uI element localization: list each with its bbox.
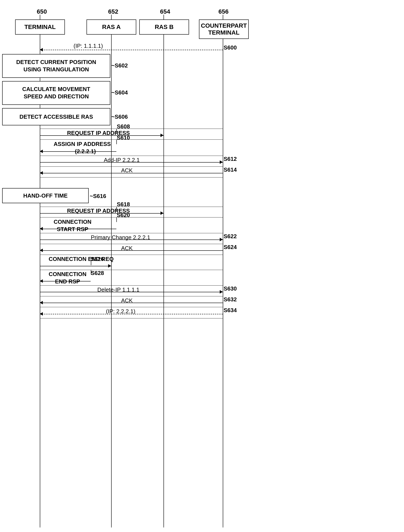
msg-conn-start-text: CONNECTIONSTART RSP <box>54 218 91 233</box>
step-S624: S624 <box>224 244 237 251</box>
step-S634: S634 <box>224 307 237 314</box>
tick-650 <box>40 15 40 20</box>
msg-assign-ip1-arrow <box>40 150 43 153</box>
msg-delete-ip-arrow <box>220 290 223 294</box>
msg-req-ip2-arrow <box>160 211 164 215</box>
msg-conn-start-arrow <box>40 227 43 230</box>
step-S604: ~S604 <box>111 89 128 96</box>
msg-conn-end-rsp-text: CONNECTIONEND RSP <box>49 271 87 285</box>
tick-S622 <box>223 233 223 238</box>
msg-ack2-line <box>40 250 223 251</box>
msg-ip2-arrow <box>40 312 43 316</box>
step-S618: S618 <box>117 201 130 208</box>
step-S632: S632 <box>224 296 237 303</box>
msg-ip1-text: (IP: 1.1.1.1) <box>74 43 103 49</box>
box-handoff-text: HAND-OFF TIME <box>23 192 67 199</box>
tick-S624 <box>223 244 223 249</box>
ref-652: 652 <box>108 8 118 15</box>
entity-counterpart: COUNTERPARTTERMINAL <box>199 19 249 39</box>
msg-conn-end-req-arrow <box>108 264 111 268</box>
step-S628: S628 <box>91 270 104 277</box>
step-S622: S622 <box>224 233 237 240</box>
sep-3 <box>40 156 223 156</box>
tick-654 <box>164 15 164 20</box>
msg-ip2-line <box>40 314 223 314</box>
msg-ip1-line <box>40 50 223 50</box>
ref-650: 650 <box>37 8 47 15</box>
sep-11 <box>40 270 223 270</box>
step-S630: S630 <box>224 285 237 292</box>
msg-ack1-arrow <box>40 171 43 175</box>
sep-13 <box>40 296 223 296</box>
step-S612: S612 <box>224 156 237 162</box>
tick-656 <box>223 15 223 20</box>
box-handoff: HAND-OFF TIME <box>2 188 89 203</box>
step-S606: ~S606 <box>111 114 128 120</box>
msg-req-ip1-line <box>40 135 164 136</box>
step-S602: ~S602 <box>111 62 128 69</box>
msg-req-ip1-arrow <box>160 133 164 137</box>
sep-2 <box>40 139 223 140</box>
msg-assign-ip1-text: ASSIGN IP ADDRESS (2.2.2.1) <box>54 140 111 155</box>
msg-ip1-arrowhead <box>40 48 43 51</box>
ref-654: 654 <box>160 8 170 15</box>
tick-S614 <box>223 166 223 171</box>
sep-10 <box>40 255 223 255</box>
sep-14 <box>40 307 223 307</box>
msg-conn-start-line <box>40 229 116 229</box>
sep-bottom <box>40 318 223 318</box>
step-S620: S620 <box>117 212 130 219</box>
box-detect-ras-text: DETECT ACCESSIBLE RAS <box>19 114 93 120</box>
sep-4 <box>40 166 223 167</box>
sep-7 <box>40 217 223 217</box>
msg-ack3-line <box>40 303 223 303</box>
msg-add-ip-line <box>40 162 223 163</box>
msg-conn-end-rsp-line <box>40 281 91 281</box>
box-calc-move: CALCULATE MOVEMENTSPEED AND DIRECTION <box>2 81 110 105</box>
entity-terminal: TERMINAL <box>15 19 65 35</box>
lifeline-rasA <box>111 35 112 527</box>
sep-6 <box>40 207 223 207</box>
tick-S628 <box>91 270 91 275</box>
tick-S610 <box>116 139 117 144</box>
tick-S634 <box>223 307 223 312</box>
msg-add-ip-arrow <box>220 160 223 164</box>
msg-conn-end-req-line <box>40 266 111 266</box>
box-calc-move-text: CALCULATE MOVEMENTSPEED AND DIRECTION <box>22 86 90 100</box>
sep-5 <box>40 177 223 177</box>
lifeline-counterpart <box>223 39 223 527</box>
msg-ack2-arrow <box>40 249 43 252</box>
step-S610: S610 <box>117 134 130 141</box>
msg-ack1-line <box>40 173 223 173</box>
box-detect-pos: DETECT CURRENT POSITIONUSING TRIANGULATI… <box>2 54 110 78</box>
msg-ack3-arrow <box>40 301 43 304</box>
msg-primary-change-arrow <box>220 238 223 241</box>
tick-S630 <box>223 285 223 290</box>
sep-8 <box>40 233 223 233</box>
tick-652 <box>111 15 112 20</box>
entity-rasB: RAS B <box>139 19 189 35</box>
step-S600: S600 <box>224 44 237 51</box>
box-detect-pos-text: DETECT CURRENT POSITIONUSING TRIANGULATI… <box>16 59 96 73</box>
sep-9 <box>40 244 223 244</box>
msg-assign-ip1-line <box>40 151 116 152</box>
msg-conn-end-req-text: CONNECTION END REQ <box>49 256 114 262</box>
msg-req-ip2-line <box>40 213 164 214</box>
msg-delete-ip-line <box>40 292 223 292</box>
sequence-diagram: 650 652 654 656 TERMINAL RAS A RAS B COU… <box>0 0 404 532</box>
msg-conn-end-rsp-arrow <box>40 279 43 283</box>
step-S608: S608 <box>117 123 130 130</box>
sep-12 <box>40 285 223 285</box>
tick-S632 <box>223 296 223 301</box>
step-S616: ~S616 <box>90 193 106 200</box>
entity-rasA: RAS A <box>87 19 136 35</box>
tick-S612 <box>223 156 223 160</box>
tick-S620 <box>116 217 117 222</box>
lifeline-rasB <box>164 35 164 527</box>
ref-656: 656 <box>218 8 229 15</box>
sep-1 <box>40 129 223 129</box>
msg-primary-change-line <box>40 240 223 240</box>
box-detect-ras: DETECT ACCESSIBLE RAS <box>2 108 110 125</box>
step-S614: S614 <box>224 166 237 173</box>
